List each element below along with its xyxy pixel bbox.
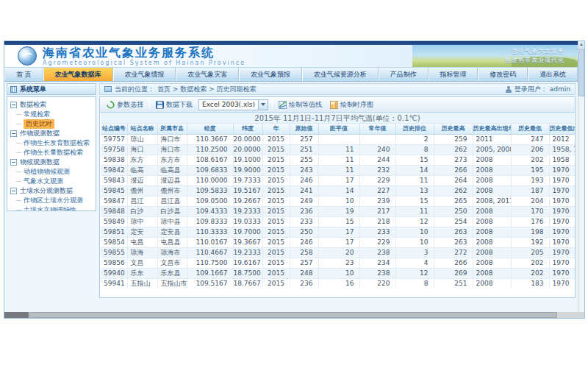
table-row[interactable]: 59847昌江昌江县109.050019.2667201524910239152… <box>101 196 575 206</box>
table-cell: 251 <box>290 144 318 155</box>
data-table-container[interactable]: 2015年 11月1日-11月7日平均气温(单位：0.1℃) 站点编号站点名称所… <box>100 113 575 288</box>
table-row[interactable]: 59849琼中琼中县109.833319.0333201523315218122… <box>101 216 575 227</box>
tree-group-label[interactable]: 数据检索 <box>20 100 46 110</box>
tree-item-label[interactable]: 动植物物候观测 <box>24 167 70 177</box>
table-cell: 2015 <box>262 144 290 155</box>
tree-group-label[interactable]: 土壤水分观测数据 <box>20 186 73 196</box>
nav-tab[interactable]: 农业气候资源分析 <box>302 68 379 81</box>
column-header: 原始值 <box>290 124 318 134</box>
tree-item[interactable]: 土壤水文物理特性 <box>16 205 94 211</box>
tree-item[interactable]: 作物生长发育数据检索 <box>16 138 94 148</box>
nav-tab[interactable]: 产品制作 <box>379 68 429 81</box>
draw-timeseries-button[interactable]: 绘制时序图 <box>328 99 376 110</box>
tree-item[interactable]: 动植物物候观测 <box>16 167 94 177</box>
tree-item-label[interactable]: 常规检索 <box>24 110 50 119</box>
nav-tab[interactable]: 农业气象数据库 <box>43 68 113 81</box>
nav-tab[interactable]: 退出系统 <box>528 68 578 81</box>
table-row[interactable]: 59843澄迈澄迈县110.000019.7333201524617229112… <box>101 175 575 185</box>
table-cell: 109.5833 <box>187 185 233 196</box>
table-cell: 17 <box>318 175 359 185</box>
tree-group[interactable]: 数据检索 <box>9 100 94 110</box>
table-row[interactable]: 59757琼山海口市110.366720.0000201525722592011… <box>101 134 575 144</box>
table-cell: 14 <box>318 185 359 196</box>
data-download-button[interactable]: 数据下载 <box>154 99 195 110</box>
table-cell: 265 <box>434 196 473 206</box>
table-row[interactable]: 59838东方东方市108.616719.1000201525511244152… <box>101 155 575 165</box>
header-banner: 强化气象为农服务 推进热带农业现代化 海南省农业气象业务服务系统 Agromet… <box>4 45 578 68</box>
table-cell: 2008 <box>473 155 511 165</box>
tree-group-label[interactable]: 物候观测数据 <box>20 158 60 167</box>
table-cell: 4 <box>395 258 434 268</box>
tree-item[interactable]: 历史比对 <box>16 119 94 129</box>
table-cell: 206 <box>511 144 549 155</box>
table-row[interactable]: 59758海口海口市110.250020.0000201525111240826… <box>101 144 575 155</box>
table-cell: 59838 <box>101 155 127 165</box>
scroll-left-button[interactable] <box>4 312 29 318</box>
export-format-select[interactable]: Excel 2003(.xls) <box>198 99 268 110</box>
table-row[interactable]: 59842临高临高县109.683319.9000201524311232142… <box>101 165 575 175</box>
collapse-icon[interactable] <box>10 159 17 166</box>
tree-item-label[interactable]: 作物生长量数据检索 <box>24 148 83 158</box>
column-header: 距平值 <box>318 124 359 134</box>
horizontal-scrollbar-thumb[interactable] <box>29 312 557 318</box>
vertical-scrollbar[interactable] <box>578 41 584 312</box>
tree-item[interactable]: 作物区土壤水分观测 <box>16 196 94 205</box>
scroll-up-icon[interactable] <box>578 41 584 49</box>
table-row[interactable]: 59856文昌文昌市110.750019.6167201525723234426… <box>101 258 575 268</box>
tree-item-label[interactable]: 作物生长发育数据检索 <box>24 138 90 148</box>
table-cell: 2008 <box>473 278 511 288</box>
tree-item[interactable]: 常规检索 <box>16 110 94 119</box>
table-cell: 263 <box>434 237 473 247</box>
table-row[interactable]: 59848白沙白沙县109.433319.2333201523619217112… <box>101 206 575 216</box>
collapse-icon[interactable] <box>10 188 17 194</box>
tree-item-label[interactable]: 气象水文观测 <box>24 177 63 186</box>
nav-tab[interactable]: 指标管理 <box>429 68 478 81</box>
table-row[interactable]: 59940乐东乐东县109.166718.7500201524810238122… <box>101 268 575 278</box>
table-row[interactable]: 59855琼海琼海市110.466719.2333201525820238327… <box>101 247 575 258</box>
tree-group[interactable]: 作物观测数据 <box>9 129 94 138</box>
tree-item-label[interactable]: 土壤水文物理特性 <box>24 205 76 211</box>
column-header: 所属市县 <box>157 124 187 134</box>
table-cell: 269 <box>434 268 473 278</box>
collapse-icon[interactable] <box>10 102 17 108</box>
table-row[interactable]: 59845儋州儋州市109.583319.5167201524114227132… <box>101 185 575 196</box>
param-select-button[interactable]: 参数选择 <box>104 99 146 110</box>
table-cell: 1970 <box>549 165 575 175</box>
draw-contour-button[interactable]: 绘制等值线 <box>276 99 324 110</box>
page-title: 海南省农业气象业务服务系统 <box>43 46 245 60</box>
table-cell: 2015 <box>262 206 290 216</box>
table-row[interactable]: 59851定安定安县110.333319.7000201525017233102… <box>101 227 575 237</box>
location-icon <box>104 86 112 92</box>
nav-tab[interactable]: 农业气象预报 <box>239 68 302 81</box>
table-cell: 236 <box>290 278 318 288</box>
table-cell: 220 <box>359 278 395 288</box>
table-cell: 248 <box>290 268 318 278</box>
nav-tab[interactable]: 农业气象灾害 <box>176 68 239 81</box>
collapse-icon[interactable] <box>10 130 17 137</box>
banner-image: 强化气象为农服务 推进热带农业现代化 <box>412 45 578 67</box>
table-cell: 109.1667 <box>187 268 233 278</box>
tree-group-label[interactable]: 作物观测数据 <box>20 129 60 138</box>
chevron-down-icon[interactable] <box>258 100 268 110</box>
table-cell: 12 <box>395 268 434 278</box>
table-cell: 2008 <box>473 165 511 175</box>
table-cell: 2015 <box>262 134 290 144</box>
tree-item[interactable]: 气象水文观测 <box>16 177 94 186</box>
tree-group[interactable]: 物候观测数据 <box>9 158 94 167</box>
nav-tab[interactable]: 农业气象情报 <box>113 68 176 81</box>
vertical-scrollbar-thumb[interactable] <box>578 49 584 96</box>
table-row[interactable]: 59941五指山五指山市109.516718.76672015236162208… <box>101 278 575 288</box>
tree-item-label[interactable]: 作物区土壤水分观测 <box>24 196 83 205</box>
horizontal-scrollbar[interactable] <box>4 312 584 318</box>
nav-tab[interactable]: 首 页 <box>4 68 43 81</box>
table-cell: 临高县 <box>157 165 187 175</box>
table-cell: 229 <box>359 175 395 185</box>
breadcrumb[interactable]: 首页 > 数据检索 > 历史同期检索 <box>157 85 257 94</box>
table-row[interactable]: 59854屯昌屯昌县110.016719.3667201524617229102… <box>101 237 575 247</box>
tree-group[interactable]: 土壤水分观测数据 <box>9 186 94 196</box>
tree-item[interactable]: 作物生长量数据检索 <box>16 148 94 158</box>
table-cell: 233 <box>290 216 318 227</box>
nav-tab[interactable]: 修改密码 <box>478 68 528 81</box>
table-cell: 263 <box>434 227 473 237</box>
tree-item-label[interactable]: 历史比对 <box>24 119 54 129</box>
